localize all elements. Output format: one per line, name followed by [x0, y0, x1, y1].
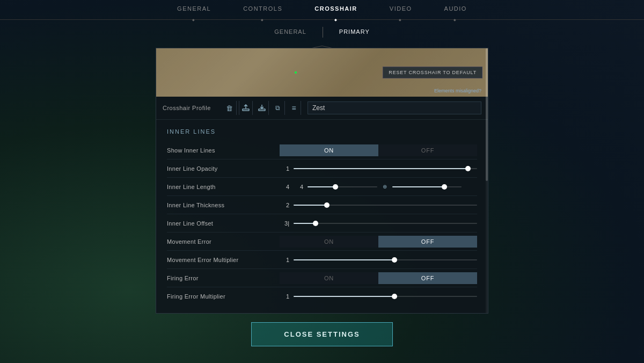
nav-item-video[interactable]: VIDEO — [390, 5, 412, 16]
movement-error-on[interactable]: On — [280, 236, 378, 248]
thickness-slider-group: 2 — [280, 202, 477, 208]
setting-row-offset: Inner Line Offset 3| — [167, 214, 477, 233]
thickness-label: Inner Line Thickness — [167, 202, 280, 208]
link-icon: ⊕ — [383, 184, 387, 190]
setting-row-firing-mult: Firing Error Multiplier 1 — [167, 287, 477, 306]
length-fill1 — [308, 186, 335, 187]
preview-area: RESET CROSSHAIR TO DEFAULT Elements misa… — [156, 48, 488, 97]
rename-profile-icon[interactable]: ≡ — [287, 101, 301, 115]
firing-mult-label: Firing Error Multiplier — [167, 293, 280, 300]
sub-nav-primary[interactable]: PRIMARY — [323, 25, 386, 38]
setting-row-show-inner-lines: Show Inner Lines On Off — [167, 141, 477, 159]
setting-row-movement-mult: Movement Error Multiplier 1 — [167, 251, 477, 269]
movement-error-label: Movement Error — [167, 238, 280, 245]
section-header-inner-lines: INNER LINES — [167, 128, 477, 135]
download-profile-icon[interactable] — [255, 101, 269, 115]
opacity-label: Inner Line Opacity — [167, 165, 280, 172]
movement-mult-slider-group: 1 — [280, 257, 477, 263]
delete-profile-icon[interactable]: 🗑 — [223, 101, 237, 115]
offset-slider-group: 3| — [280, 220, 477, 227]
firing-mult-slider-group: 1 — [280, 293, 477, 300]
nav-item-general[interactable]: GENERAL — [177, 5, 211, 16]
offset-fill — [294, 223, 316, 224]
top-nav: GENERAL CONTROLS CROSSHAIR VIDEO AUDIO — [0, 0, 644, 20]
length-fill2 — [392, 186, 444, 187]
firing-error-on[interactable]: On — [280, 272, 378, 284]
setting-row-opacity: Inner Line Opacity 1 — [167, 159, 477, 178]
scrollbar-thumb — [486, 48, 488, 181]
setting-row-movement-error: Movement Error On Off — [167, 233, 477, 251]
elements-misaligned-link[interactable]: Elements misaligned? — [434, 88, 481, 93]
opacity-track[interactable] — [294, 168, 477, 169]
crosshair-dot — [295, 71, 297, 74]
profile-label: Crosshair Profile — [163, 105, 216, 111]
offset-track[interactable] — [294, 223, 477, 224]
thickness-thumb[interactable] — [324, 202, 330, 208]
length-slider-group: 4 4 ⊕ — [280, 184, 477, 190]
close-btn-wrap: CLOSE SETTINGS — [0, 314, 644, 357]
length-track2[interactable] — [392, 186, 462, 187]
profile-select[interactable]: Zest Default Custom 1 — [308, 101, 481, 114]
opacity-fill — [294, 168, 468, 169]
length-track1[interactable] — [308, 186, 377, 187]
upload-profile-icon[interactable] — [239, 101, 253, 115]
firing-mult-thumb[interactable] — [392, 294, 397, 299]
opacity-slider-group: 1 — [280, 165, 477, 172]
opacity-value: 1 — [280, 165, 289, 172]
firing-error-off[interactable]: Off — [378, 272, 477, 284]
firing-mult-track[interactable] — [294, 296, 477, 297]
movement-mult-track[interactable] — [294, 259, 477, 260]
length-thumb1[interactable] — [333, 184, 338, 190]
firing-error-label: Firing Error — [167, 275, 280, 281]
nav-item-audio[interactable]: AUDIO — [444, 5, 467, 16]
length-value1: 4 — [280, 184, 289, 190]
offset-thumb[interactable] — [313, 221, 318, 226]
setting-row-firing-error: Firing Error On Off — [167, 269, 477, 287]
show-inner-lines-on[interactable]: On — [280, 144, 378, 156]
scrollbar[interactable] — [486, 48, 488, 313]
nav-item-crosshair[interactable]: CROSSHAIR — [314, 5, 357, 16]
movement-mult-fill — [294, 259, 394, 260]
show-inner-lines-toggle: On Off — [280, 144, 477, 156]
movement-error-toggle: On Off — [280, 236, 477, 248]
copy-profile-icon[interactable]: ⧉ — [271, 101, 285, 115]
setting-row-length: Inner Line Length 4 4 ⊕ — [167, 178, 477, 196]
svg-rect-0 — [243, 109, 249, 111]
length-thumb2[interactable] — [442, 184, 447, 190]
thickness-fill — [294, 205, 327, 206]
show-inner-lines-label: Show Inner Lines — [167, 147, 280, 154]
length-label: Inner Line Length — [167, 184, 280, 190]
thickness-value: 2 — [280, 202, 289, 208]
close-settings-button[interactable]: CLOSE SETTINGS — [251, 322, 392, 346]
movement-error-off[interactable]: Off — [378, 236, 477, 248]
length-values: 4 4 — [280, 184, 303, 190]
main-content: RESET CROSSHAIR TO DEFAULT Elements misa… — [0, 48, 644, 314]
profile-select-wrap: Zest Default Custom 1 — [308, 101, 481, 114]
movement-mult-value: 1 — [280, 257, 289, 263]
offset-value: 3| — [280, 220, 289, 227]
settings-panel: RESET CROSSHAIR TO DEFAULT Elements misa… — [156, 48, 488, 314]
svg-rect-1 — [259, 109, 265, 111]
nav-item-controls[interactable]: CONTROLS — [243, 5, 282, 16]
length-value2: 4 — [294, 184, 303, 190]
profile-row: Crosshair Profile 🗑 ⧉ ≡ Zest Default — [156, 97, 488, 120]
offset-label: Inner Line Offset — [167, 220, 280, 227]
thickness-track[interactable] — [294, 205, 477, 206]
movement-mult-thumb[interactable] — [392, 257, 397, 263]
setting-row-thickness: Inner Line Thickness 2 — [167, 196, 477, 214]
reset-crosshair-button[interactable]: RESET CROSSHAIR TO DEFAULT — [383, 67, 482, 78]
firing-error-toggle: On Off — [280, 272, 477, 284]
sub-nav-general[interactable]: GENERAL — [258, 25, 323, 38]
show-inner-lines-off[interactable]: Off — [378, 144, 477, 156]
opacity-thumb[interactable] — [465, 166, 471, 171]
firing-mult-fill — [294, 296, 394, 297]
settings-scroll: INNER LINES Show Inner Lines On Off Inne… — [156, 120, 488, 313]
firing-mult-value: 1 — [280, 293, 289, 300]
movement-mult-label: Movement Error Multiplier — [167, 257, 280, 263]
